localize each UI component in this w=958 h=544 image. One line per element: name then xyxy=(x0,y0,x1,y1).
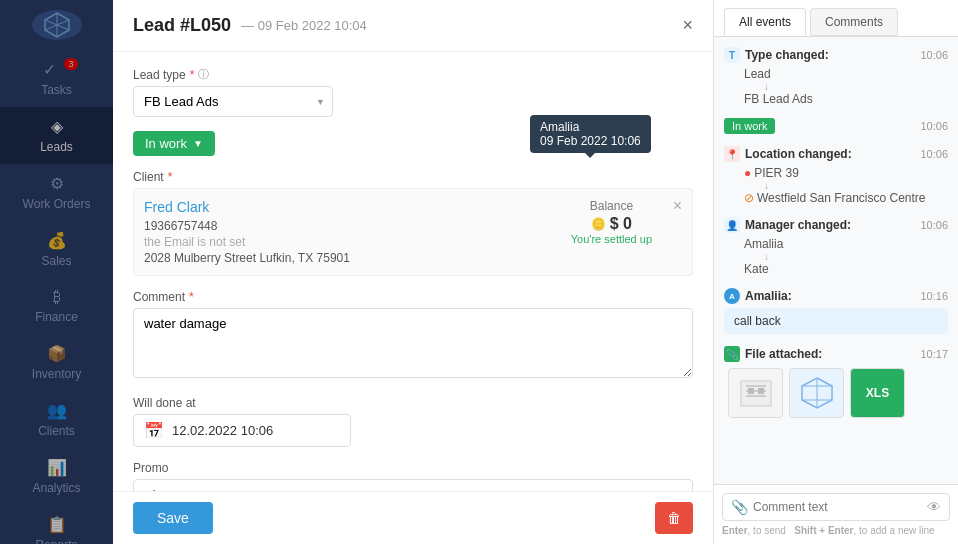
modal-footer: Save 🗑 xyxy=(113,491,713,544)
client-remove-button[interactable]: × xyxy=(673,197,682,215)
modal-header: Lead #L050 — 09 Feb 2022 10:04 × xyxy=(113,0,713,52)
date-input[interactable] xyxy=(172,423,340,438)
comment-group: Comment * water damage xyxy=(133,290,693,382)
eye-icon[interactable]: 👁 xyxy=(927,499,941,515)
status-button[interactable]: In work ▼ xyxy=(133,131,215,156)
comment-input[interactable] xyxy=(753,500,927,514)
modal-title: Lead #L050 xyxy=(133,15,231,36)
event-type-to: FB Lead Ads xyxy=(744,92,948,106)
manager-icon: 👤 xyxy=(724,217,740,233)
comment-box: 📎 👁 Enter, to send Shift + Enter, to add… xyxy=(714,484,958,544)
client-label: Client * xyxy=(133,170,693,184)
inwork-tag: In work xyxy=(724,118,775,134)
delete-button[interactable]: 🗑 xyxy=(655,502,693,534)
event-type-changed: T Type changed: 10:06 Lead ↓ FB Lead Ads xyxy=(724,47,948,106)
promo-input[interactable] xyxy=(133,479,693,491)
prohibited-icon: ⊘ xyxy=(744,191,754,205)
panel-events: T Type changed: 10:06 Lead ↓ FB Lead Ads… xyxy=(714,37,958,484)
location-icon: 📍 xyxy=(724,146,740,162)
date-input-wrapper: 📅 xyxy=(133,414,351,447)
modal-overlay: Lead #L050 — 09 Feb 2022 10:04 × Lead ty… xyxy=(0,0,958,544)
lead-type-select[interactable]: FB Lead Ads xyxy=(133,86,333,117)
file-icon: 📎 xyxy=(724,346,740,362)
lead-modal: Lead #L050 — 09 Feb 2022 10:04 × Lead ty… xyxy=(113,0,713,544)
balance-label: Balance xyxy=(571,199,652,213)
right-panel: All events Comments T Type changed: 10:0… xyxy=(713,0,958,544)
file-thumb-xls[interactable]: XLS xyxy=(850,368,905,418)
tooltip: Amaliia 09 Feb 2022 10:06 xyxy=(530,115,651,153)
modal-close-button[interactable]: × xyxy=(682,15,693,36)
event-type-from: Lead xyxy=(744,67,948,81)
type-icon: T xyxy=(724,47,740,63)
promo-label: Promo xyxy=(133,461,693,475)
lead-type-select-wrapper: FB Lead Ads xyxy=(133,86,333,117)
amaliia-avatar: A xyxy=(724,288,740,304)
client-address: 2028 Mulberry Street Lufkin, TX 75901 xyxy=(144,251,682,265)
promo-group: Promo xyxy=(133,461,693,491)
tooltip-user: Amaliia xyxy=(540,120,641,134)
modal-date: — 09 Feb 2022 10:04 xyxy=(241,18,367,33)
calendar-icon: 📅 xyxy=(144,421,164,440)
svg-rect-0 xyxy=(741,381,771,406)
file-thumb-cube[interactable] xyxy=(789,368,844,418)
comment-bubble: call back xyxy=(724,308,948,334)
event-file-attached: 📎 File attached: 10:17 xyxy=(724,346,948,418)
event-location-changed: 📍 Location changed: 10:06 ● PIER 39 ↓ ⊘ … xyxy=(724,146,948,205)
comment-textarea[interactable]: water damage xyxy=(133,308,693,378)
save-button[interactable]: Save xyxy=(133,502,213,534)
tab-comments[interactable]: Comments xyxy=(810,8,898,36)
chevron-down-icon: ▼ xyxy=(193,138,203,149)
lead-type-group: Lead type * ⓘ FB Lead Ads xyxy=(133,67,693,117)
file-thumb-circuit[interactable] xyxy=(728,368,783,418)
hint-text: Enter, to send Shift + Enter, to add a n… xyxy=(722,525,950,536)
event-status-inwork: In work 10:06 xyxy=(724,118,948,134)
red-location-icon: ● xyxy=(744,166,751,180)
event-manager-changed: 👤 Manager changed: 10:06 Amaliia ↓ Kate xyxy=(724,217,948,276)
attach-icon: 📎 xyxy=(731,499,748,515)
balance-amount: $ 0 xyxy=(610,215,632,233)
lead-type-label: Lead type * ⓘ xyxy=(133,67,693,82)
balance-settled: You're settled up xyxy=(571,233,652,245)
panel-tabs: All events Comments xyxy=(714,0,958,37)
svg-rect-4 xyxy=(748,388,754,394)
will-done-group: Will done at 📅 xyxy=(133,396,693,447)
balance-icon: 🪙 xyxy=(591,217,606,231)
comment-label: Comment * xyxy=(133,290,693,304)
tooltip-date: 09 Feb 2022 10:06 xyxy=(540,134,641,148)
client-card: Fred Clark 19366757448 the Email is not … xyxy=(133,188,693,276)
tab-all-events[interactable]: All events xyxy=(724,8,806,36)
event-amaliia-comment: A Amaliia: 10:16 call back xyxy=(724,288,948,334)
comment-input-row: 📎 👁 xyxy=(722,493,950,521)
balance-box: Balance 🪙 $ 0 You're settled up xyxy=(571,199,652,245)
svg-rect-5 xyxy=(758,388,764,394)
client-group: Client * Fred Clark 19366757448 the Emai… xyxy=(133,170,693,276)
will-done-label: Will done at xyxy=(133,396,693,410)
